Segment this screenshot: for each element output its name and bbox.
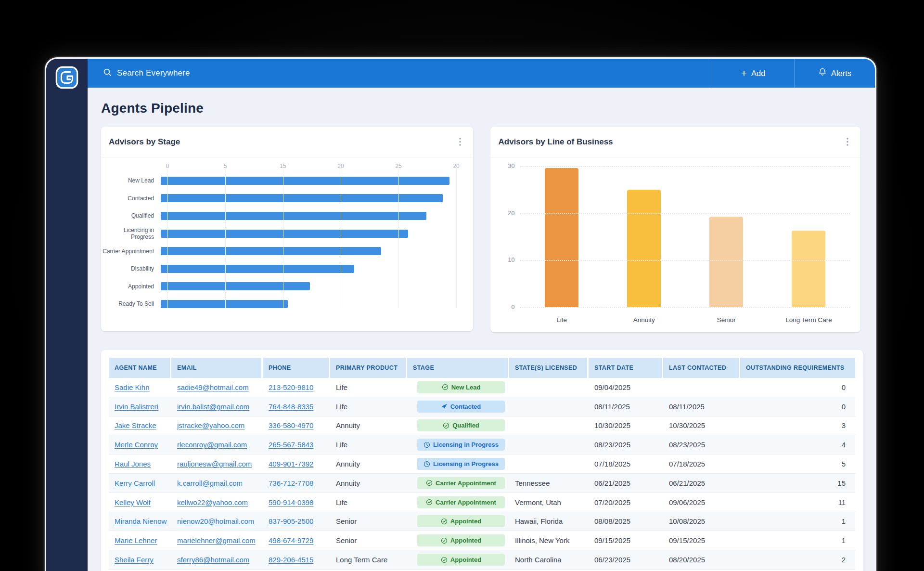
phone-link[interactable]: 409-901-7392 [269,460,313,468]
cell-last-contacted: 10/30/2025 [663,421,740,429]
email-link[interactable]: rauljonesw@gmail.com [177,460,252,468]
check-circle-icon [441,557,448,563]
global-search-input[interactable]: Search Everywhere [88,68,712,79]
table-body: Sadie Kihnsadie49@hotmail.com213-520-981… [109,378,855,571]
cell-states-licensed: Illinois, New York [509,536,589,545]
bar-row: New Lead [101,172,473,190]
category-label: Long Term Care [768,316,850,324]
cell-primary-product: Senior [330,517,407,525]
cell-email: kellwo22@yahoo.com [171,498,263,506]
agent-name-link[interactable]: Kerry Carroll [115,479,155,487]
agent-name-link[interactable]: Miranda Nienow [115,517,167,525]
clock-icon [424,461,430,467]
agent-name-link[interactable]: Jake Stracke [115,421,156,429]
bar[interactable] [161,194,443,202]
check-circle-icon [441,518,448,525]
bar[interactable] [161,265,354,273]
phone-link[interactable]: 213-520-9810 [269,383,313,391]
phone-link[interactable]: 498-674-9729 [269,536,313,545]
cell-agent-name: Jake Stracke [109,421,171,429]
cell-phone: 764-848-8335 [263,402,330,411]
cell-phone: 590-914-0398 [263,498,330,506]
table-header-row: AGENT NAMEEMAILPHONEPRIMARY PRODUCTSTAGE… [109,358,855,378]
email-link[interactable]: jstracke@yahoo.com [177,421,244,429]
bar-track [161,225,449,243]
bar-slot [603,190,685,307]
bar[interactable] [545,168,578,307]
bar[interactable] [161,230,408,238]
agent-name-link[interactable]: Sheila Ferry [115,556,154,564]
email-link[interactable]: rleconroy@gmail.com [177,441,247,449]
bar[interactable] [161,247,381,255]
stage-badge-label: Licensing in Progress [433,441,499,448]
cell-email: jstracke@yahoo.com [171,421,263,429]
phone-link[interactable]: 265-567-5843 [269,441,313,449]
stage-badge: Qualified [417,419,505,431]
email-link[interactable]: sferry86@hotmail.com [177,556,249,564]
column-header-outstanding-requirements: OUTSTANDING REQUIREMENTS [740,358,855,378]
bar[interactable] [161,212,426,220]
stage-badge-label: Licensing in Progress [433,460,499,467]
column-header-stage: STAGE [407,358,509,378]
bar[interactable] [709,217,743,307]
phone-link[interactable]: 829-206-4515 [269,556,313,564]
cell-agent-name: Merle Conroy [109,441,171,449]
email-link[interactable]: nienow20@hotmail.com [177,517,254,525]
email-link[interactable]: marielehner@gmail.com [177,536,256,545]
gridline [283,170,283,308]
agent-name-link[interactable]: Raul Jones [115,460,151,468]
email-link[interactable]: kellwo22@yahoo.com [177,498,248,506]
cell-outstanding-requirements: 0 [740,383,855,391]
bar-row: Qualified [101,207,473,225]
app-logo[interactable] [55,65,79,90]
phone-link[interactable]: 764-848-8335 [269,402,313,411]
cell-last-contacted: 06/21/2025 [663,479,740,487]
kebab-menu-icon[interactable] [842,137,853,147]
cell-email: irvin.balist@gmail.com [171,402,263,411]
email-link[interactable]: k.carroll@gmail.com [177,479,243,487]
cell-stage: Appointed [407,515,509,527]
phone-link[interactable]: 837-905-2500 [269,517,313,525]
add-button[interactable]: + Add [712,59,794,88]
stage-badge: Contacted [417,401,505,413]
cell-outstanding-requirements: 0 [740,402,855,411]
bar[interactable] [627,190,661,307]
plus-icon: + [741,68,747,78]
cell-stage: Carrier Appointment [407,496,509,508]
bar[interactable] [792,231,825,307]
phone-link[interactable]: 736-712-7708 [269,479,313,487]
gridline [225,170,226,308]
email-link[interactable]: sadie49@hotmail.com [177,383,249,391]
agent-name-link[interactable]: Merle Conroy [115,441,158,449]
cell-last-contacted: 08/11/2025 [663,402,740,411]
bar[interactable] [161,177,449,185]
cell-start-date: 08/11/2025 [589,402,663,411]
phone-link[interactable]: 590-914-0398 [269,498,313,506]
category-label: Licencing in Progress [101,227,161,240]
cell-agent-name: Kerry Carroll [109,479,171,487]
bar-track [161,260,449,278]
bar[interactable] [161,282,310,290]
vertical-bar-chart: LifeAnnuitySeniorLong Term Care 3020100 [498,161,852,334]
email-link[interactable]: irvin.balist@gmail.com [177,402,249,411]
category-label: Annuity [603,316,685,324]
cell-states-licensed: Hawaii, Florida [509,517,589,525]
check-circle-icon [442,384,449,390]
cell-primary-product: Life [330,441,407,449]
alerts-button[interactable]: Alerts [794,59,875,88]
phone-link[interactable]: 336-580-4970 [269,421,313,429]
chart-title: Advisors by Stage [109,137,180,147]
bar-row: Licencing in Progress [101,225,473,243]
agent-name-link[interactable]: Sadie Kihn [115,383,150,391]
kebab-menu-icon[interactable] [455,137,465,147]
cell-agent-name: Sheila Ferry [109,556,171,564]
stage-badge-label: Appointed [450,556,481,563]
agent-name-link[interactable]: Marie Lehner [115,536,157,545]
cell-primary-product: Annuity [330,460,407,468]
agent-name-link[interactable]: Irvin Balistreri [115,402,158,411]
cell-phone: 736-712-7708 [263,479,330,487]
x-axis-labels: LifeAnnuitySeniorLong Term Care [520,316,850,324]
x-axis-tick: 15 [280,163,286,169]
bar[interactable] [161,300,288,308]
agent-name-link[interactable]: Kelley Wolf [115,498,151,506]
